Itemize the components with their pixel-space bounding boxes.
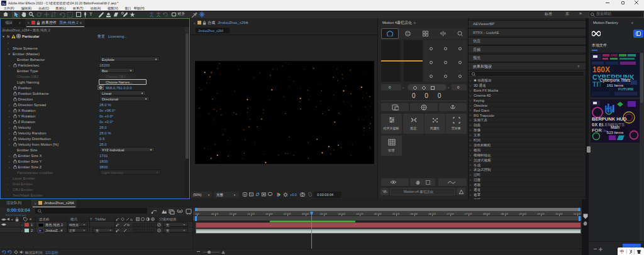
svg-text:FUTURE: FUTURE (618, 87, 633, 91)
svg-text:Main: Main (611, 125, 619, 129)
svg-text:161 Items: 161 Items (607, 84, 623, 87)
svg-text:Cyberpunk Titles: Cyberpunk Titles (600, 78, 631, 83)
svg-text:523 Items: 523 Items (607, 131, 623, 134)
svg-text:160X: 160X (592, 65, 610, 74)
svg-text:FOR: FOR (592, 127, 602, 133)
svg-text:BERPUNK HUD: BERPUNK HUD (592, 116, 627, 122)
